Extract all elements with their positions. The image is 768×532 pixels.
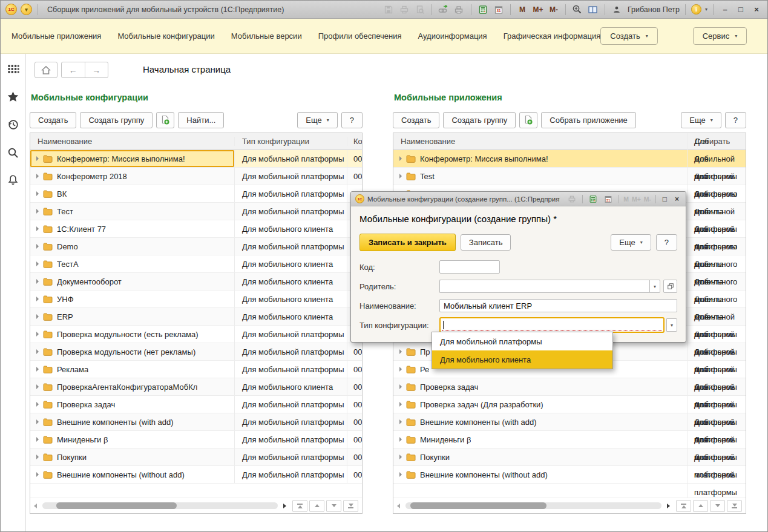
more-button[interactable]: Еще▾ (611, 234, 651, 251)
calendar-icon[interactable]: 31 (493, 4, 505, 16)
table-row[interactable]: Проверка модульности (нет рекламы)Для мо… (30, 343, 362, 361)
code-input[interactable] (439, 260, 500, 274)
expand-icon[interactable] (36, 279, 39, 284)
column-header-name[interactable]: Наименование (30, 137, 234, 146)
table-row[interactable]: ТестДля мобильной платформы00 (30, 203, 362, 220)
table-row[interactable]: Внешние компоненты (without add)Для моби… (30, 466, 362, 484)
create-group-button[interactable]: Создать группу (80, 112, 153, 128)
forward-button[interactable]: → (85, 62, 108, 77)
calculator-icon[interactable] (587, 193, 599, 205)
close-button[interactable]: × (750, 5, 763, 14)
expand-icon[interactable] (36, 297, 39, 301)
expand-icon[interactable] (399, 419, 402, 424)
save-and-close-button[interactable]: Записать и закрыть (359, 234, 456, 251)
create-button[interactable]: Создать (30, 112, 76, 128)
go-previous-button[interactable] (309, 500, 324, 512)
table-row[interactable]: 1С:Клиент 77Для мобильного клиента00 (30, 220, 362, 238)
type-dropdown-button[interactable]: ▾ (666, 318, 677, 332)
expand-icon[interactable] (36, 314, 39, 319)
calculator-icon[interactable] (477, 4, 489, 16)
table-row[interactable]: Миниденьги βДля мобильной платформы00 (30, 431, 362, 448)
menu-item[interactable]: Аудиоинформация (418, 31, 487, 41)
print-icon[interactable] (566, 193, 578, 205)
expand-icon[interactable] (36, 156, 39, 161)
expand-icon[interactable] (36, 174, 39, 179)
help-button[interactable]: ? (656, 234, 677, 251)
name-input[interactable] (439, 299, 677, 312)
table-row[interactable]: ВКДля мобильной платформы00 (30, 185, 362, 203)
current-user[interactable]: Грибанов Петр (628, 5, 680, 14)
scrollbar-thumb[interactable] (410, 502, 546, 509)
minimize-button[interactable]: – (719, 5, 731, 14)
expand-icon[interactable] (36, 261, 39, 266)
expand-icon[interactable] (399, 455, 402, 459)
notifications-bell-icon[interactable] (7, 174, 20, 187)
expand-icon[interactable] (399, 156, 402, 161)
expand-icon[interactable] (399, 349, 402, 354)
history-icon[interactable] (7, 118, 20, 131)
memory-recall-button[interactable]: M (516, 4, 528, 16)
go-next-button[interactable] (710, 500, 725, 512)
table-row[interactable]: ТестАДля мобильного клиента00 (30, 255, 362, 273)
table-row[interactable]: Проверка модульности (есть реклама)Для м… (30, 326, 362, 343)
table-row[interactable]: Конферометр: Миссия выполнима!Для мобиль… (30, 150, 362, 168)
expand-icon[interactable] (399, 367, 402, 372)
info-icon[interactable]: i (691, 4, 701, 15)
find-button[interactable]: Найти... (178, 112, 224, 128)
go-previous-button[interactable] (693, 500, 708, 512)
split-window-icon[interactable] (587, 4, 599, 16)
info-dropdown-icon[interactable]: ▾ (705, 7, 707, 12)
expand-icon[interactable] (399, 472, 402, 477)
scrollbar-track[interactable] (405, 502, 661, 509)
table-row[interactable]: Внешние компоненты (without add)Для моби… (393, 466, 746, 484)
help-button[interactable]: ? (725, 112, 746, 128)
more-button[interactable]: Еще▾ (681, 112, 721, 128)
scroll-right-icon[interactable] (667, 504, 670, 508)
close-button[interactable]: × (672, 195, 681, 203)
go-first-button[interactable] (676, 500, 691, 512)
parent-input[interactable] (439, 280, 649, 293)
favorites-star-icon[interactable] (7, 90, 20, 103)
dialog-titlebar[interactable]: 1С Мобильные конфигурации (создание груп… (351, 192, 686, 206)
table-row[interactable]: ПроверкаАгентаКонфигуратораМобКлДля моби… (30, 378, 362, 396)
calendar-icon[interactable]: 31 (602, 193, 614, 205)
back-button[interactable]: ← (62, 62, 85, 77)
go-to-link-icon[interactable] (438, 4, 450, 16)
more-button[interactable]: Еще▾ (297, 112, 337, 128)
main-menu-button[interactable]: ▾ (21, 4, 32, 15)
save-button[interactable]: Записать (461, 234, 511, 251)
menu-item[interactable]: Графическая информация (504, 31, 601, 41)
memory-subtract-button[interactable]: M- (548, 4, 560, 16)
expand-icon[interactable] (36, 402, 39, 407)
table-row[interactable]: Конферометр 2018Для мобильной платформы0… (30, 168, 362, 185)
go-next-button[interactable] (326, 500, 341, 512)
menu-item[interactable]: Мобильные конфигурации (117, 31, 214, 41)
service-menu-button[interactable]: Сервис ▾ (693, 27, 747, 45)
expand-icon[interactable] (36, 455, 39, 459)
menu-item[interactable]: Мобильные приложения (11, 31, 101, 41)
expand-icon[interactable] (36, 209, 39, 214)
parent-dropdown-button[interactable]: ▾ (649, 280, 660, 293)
build-application-button[interactable]: Собрать приложение (541, 112, 636, 128)
expand-icon[interactable] (36, 384, 39, 389)
type-input[interactable] (439, 317, 665, 333)
scroll-left-icon[interactable] (397, 504, 400, 508)
expand-icon[interactable] (36, 226, 39, 231)
dropdown-option[interactable]: Для мобильной платформы (432, 332, 612, 350)
scrollbar-thumb[interactable] (56, 502, 176, 509)
expand-icon[interactable] (36, 349, 39, 354)
expand-icon[interactable] (36, 332, 39, 337)
expand-icon[interactable] (36, 419, 39, 424)
go-last-button[interactable] (727, 500, 742, 512)
expand-icon[interactable] (399, 437, 402, 442)
search-icon[interactable] (7, 146, 20, 159)
copy-button[interactable] (519, 112, 537, 128)
scrollbar-track[interactable] (42, 502, 278, 509)
dropdown-option[interactable]: Для мобильного клиента (432, 350, 612, 369)
get-link-icon[interactable] (453, 4, 465, 16)
create-group-button[interactable]: Создать группу (443, 112, 516, 128)
column-header-name[interactable]: Наименование (393, 137, 688, 146)
maximize-button[interactable]: □ (660, 195, 669, 203)
home-button[interactable] (34, 62, 57, 78)
table-row[interactable]: ERPДля мобильного клиента00 (30, 308, 362, 326)
